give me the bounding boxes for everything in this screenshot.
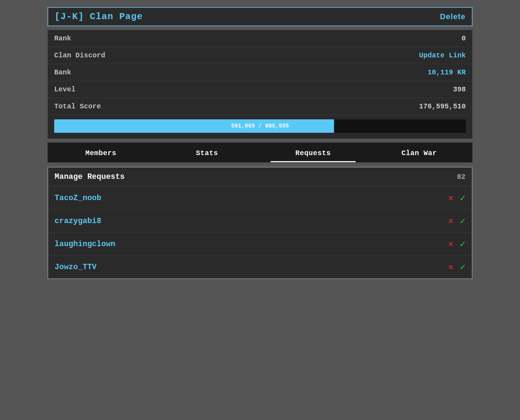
approve-button[interactable]: ✓: [460, 215, 465, 227]
tab-stats[interactable]: Stats: [154, 143, 260, 162]
requests-count: 82: [457, 173, 465, 181]
requests-panel: Manage Requests 82 TacoZ_noob✕✓crazygabi…: [47, 167, 473, 279]
rank-row: Rank 0: [48, 30, 472, 47]
request-row: laughingclown✕✓: [48, 233, 472, 256]
header-panel: [J-K] Clan Page Delete: [47, 7, 473, 26]
discord-value[interactable]: Update Link: [419, 51, 466, 59]
request-actions: ✕✓: [448, 192, 465, 204]
request-row: TacoZ_noob✕✓: [48, 187, 472, 210]
level-row: Level 398: [48, 81, 472, 98]
tabs-panel: Members Stats Requests Clan War: [47, 142, 473, 163]
bank-label: Bank: [54, 68, 71, 76]
discord-label: Clan Discord: [54, 51, 105, 59]
score-label: Total Score: [54, 102, 101, 110]
delete-button[interactable]: Delete: [440, 12, 465, 21]
approve-button[interactable]: ✓: [460, 192, 465, 204]
request-username[interactable]: TacoZ_noob: [55, 194, 101, 203]
discord-row: Clan Discord Update Link: [48, 47, 472, 64]
deny-button[interactable]: ✕: [448, 215, 454, 227]
progress-label: 591,065 / 885,555: [231, 123, 289, 129]
rank-label: Rank: [54, 34, 71, 42]
approve-button[interactable]: ✓: [460, 238, 465, 250]
bank-row: Bank 10,119 KR: [48, 64, 472, 81]
requests-title: Manage Requests: [55, 172, 125, 181]
score-value: 176,595,510: [419, 102, 466, 110]
request-username[interactable]: crazygabi8: [55, 217, 101, 226]
approve-button[interactable]: ✓: [460, 261, 465, 273]
deny-button[interactable]: ✕: [448, 192, 454, 204]
request-row: Jowzo_TTV✕✓: [48, 256, 472, 278]
page-title: [J-K] Clan Page: [55, 11, 143, 22]
request-actions: ✕✓: [448, 261, 465, 273]
deny-button[interactable]: ✕: [448, 238, 454, 250]
tab-members[interactable]: Members: [48, 143, 154, 162]
request-username[interactable]: Jowzo_TTV: [55, 263, 97, 272]
deny-button[interactable]: ✕: [448, 261, 454, 273]
request-actions: ✕✓: [448, 215, 465, 227]
request-actions: ✕✓: [448, 238, 465, 250]
rank-value: 0: [462, 34, 466, 42]
level-value: 398: [453, 85, 466, 93]
request-list: TacoZ_noob✕✓crazygabi8✕✓laughingclown✕✓J…: [48, 187, 472, 278]
tab-requests[interactable]: Requests: [260, 143, 366, 162]
tab-clan-war[interactable]: Clan War: [366, 143, 473, 162]
bank-value: 10,119 KR: [428, 68, 466, 76]
request-username[interactable]: laughingclown: [55, 240, 115, 249]
stats-panel: Rank 0 Clan Discord Update Link Bank 10,…: [47, 30, 473, 139]
progress-container: 591,065 / 885,555: [48, 115, 472, 138]
score-row: Total Score 176,595,510: [48, 98, 472, 115]
level-label: Level: [54, 85, 75, 93]
progress-track: 591,065 / 885,555: [54, 119, 466, 133]
progress-fill: [54, 119, 334, 133]
main-container: [J-K] Clan Page Delete Rank 0 Clan Disco…: [47, 7, 473, 279]
request-row: crazygabi8✕✓: [48, 210, 472, 233]
requests-header: Manage Requests 82: [48, 168, 472, 187]
